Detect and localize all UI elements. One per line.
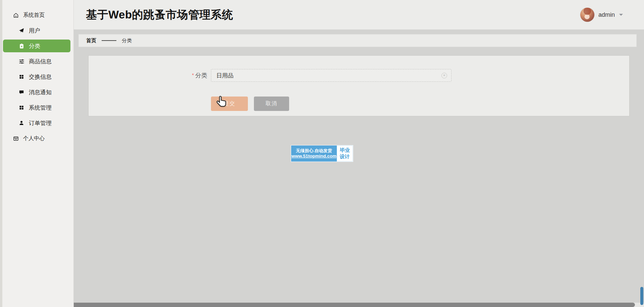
sidebar-item-label: 分类 bbox=[29, 42, 40, 50]
sidebar-item-notifications[interactable]: 消息通知 bbox=[0, 84, 73, 100]
sidebar-item-category[interactable]: 分类 bbox=[3, 40, 70, 52]
watermark-url[interactable]: www.51topmind.com bbox=[291, 154, 337, 159]
breadcrumb-home[interactable]: 首页 bbox=[86, 38, 96, 44]
sidebar-item-profile[interactable]: 个人中心 bbox=[0, 131, 73, 146]
clipboard-icon bbox=[18, 43, 24, 49]
clear-input-icon[interactable]: ✕ bbox=[441, 73, 447, 78]
sidebar-item-label: 交换信息 bbox=[29, 73, 52, 81]
page-title: 基于Web的跳蚤市场管理系统 bbox=[86, 7, 233, 22]
sidebar-item-system-management[interactable]: 系统管理 bbox=[0, 100, 73, 115]
breadcrumb-current: 分类 bbox=[122, 38, 132, 44]
sidebar: 系统首页 用户 分类 商品信息 交换信息 bbox=[0, 0, 74, 307]
grid-icon bbox=[18, 74, 24, 80]
cancel-button[interactable]: 取消 bbox=[254, 97, 289, 111]
watermark-badge-line1: 毕业 bbox=[340, 147, 350, 154]
watermark-banner: 无须担心.自动发货 www.51topmind.com 毕业 设计 bbox=[291, 145, 353, 162]
breadcrumb-separator bbox=[102, 40, 116, 41]
grid-icon bbox=[18, 105, 24, 111]
chevron-down-icon bbox=[619, 13, 623, 16]
sidebar-item-label: 消息通知 bbox=[29, 88, 52, 96]
form-buttons: 提交 取消 bbox=[211, 97, 289, 111]
category-input-value: 日用品 bbox=[216, 72, 441, 79]
sidebar-item-goods-info[interactable]: 商品信息 bbox=[0, 54, 73, 69]
category-form-panel: *分类 日用品 ✕ 提交 取消 bbox=[88, 55, 630, 116]
sidebar-item-system-home[interactable]: 系统首页 bbox=[0, 7, 73, 23]
sidebar-item-label: 系统首页 bbox=[23, 12, 45, 19]
watermark-badge: 毕业 设计 bbox=[337, 145, 353, 162]
sidebar-item-label: 商品信息 bbox=[29, 58, 52, 65]
sidebar-item-label: 个人中心 bbox=[23, 135, 45, 142]
category-label-text: 分类 bbox=[195, 72, 207, 79]
category-form-row: *分类 日用品 ✕ bbox=[89, 69, 629, 82]
sidebar-item-label: 订单管理 bbox=[29, 119, 52, 127]
category-input[interactable]: 日用品 ✕ bbox=[211, 69, 451, 82]
horizontal-scrollbar-track bbox=[74, 303, 644, 307]
category-label: *分类 bbox=[89, 71, 207, 79]
message-icon bbox=[18, 89, 24, 95]
user-menu[interactable]: admin bbox=[580, 0, 623, 29]
sidebar-nav: 系统首页 用户 分类 商品信息 交换信息 bbox=[0, 0, 73, 146]
browser-card-icon bbox=[13, 135, 19, 141]
home-icon bbox=[13, 12, 19, 18]
sidebar-item-exchange-info[interactable]: 交换信息 bbox=[0, 69, 73, 84]
main-content: 首页 分类 *分类 日用品 ✕ 提交 取消 无须担心.自动发货 www.51to… bbox=[74, 29, 644, 307]
sidebar-item-label: 用户 bbox=[29, 27, 40, 35]
submit-button[interactable]: 提交 bbox=[211, 97, 248, 111]
sliders-icon bbox=[18, 58, 24, 64]
avatar[interactable] bbox=[580, 8, 594, 22]
watermark-badge-line2: 设计 bbox=[340, 154, 350, 160]
sidebar-item-users[interactable]: 用户 bbox=[0, 23, 73, 38]
paper-plane-icon bbox=[18, 27, 24, 34]
watermark-line1: 无须担心.自动发货 bbox=[296, 148, 332, 154]
vertical-scrollbar-thumb[interactable] bbox=[640, 287, 643, 305]
header: 基于Web的跳蚤市场管理系统 admin bbox=[74, 0, 644, 29]
username: admin bbox=[598, 11, 615, 18]
required-asterisk: * bbox=[192, 72, 194, 78]
sidebar-item-orders[interactable]: 订单管理 bbox=[0, 115, 73, 131]
horizontal-scrollbar-thumb[interactable] bbox=[74, 303, 635, 307]
sidebar-item-label: 系统管理 bbox=[29, 104, 52, 112]
user-icon bbox=[18, 120, 24, 126]
breadcrumb: 首页 分类 bbox=[78, 34, 637, 47]
watermark-text: 无须担心.自动发货 www.51topmind.com bbox=[291, 145, 337, 162]
